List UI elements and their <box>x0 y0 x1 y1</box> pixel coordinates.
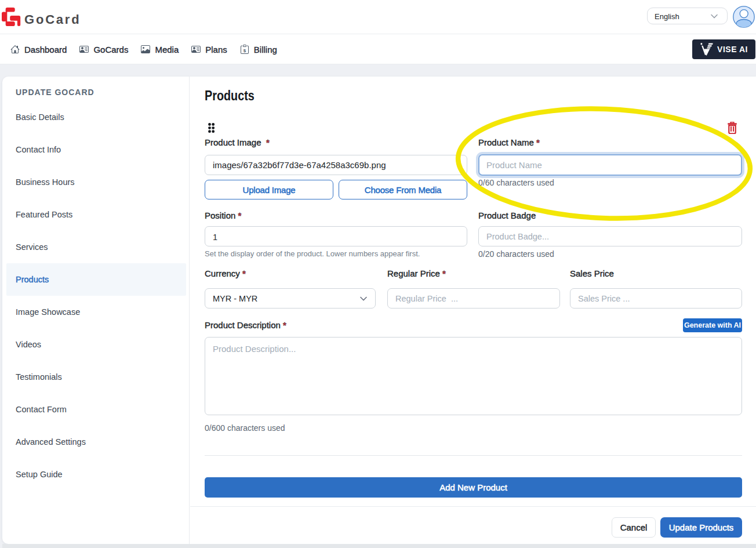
svg-text:$: $ <box>243 48 246 53</box>
